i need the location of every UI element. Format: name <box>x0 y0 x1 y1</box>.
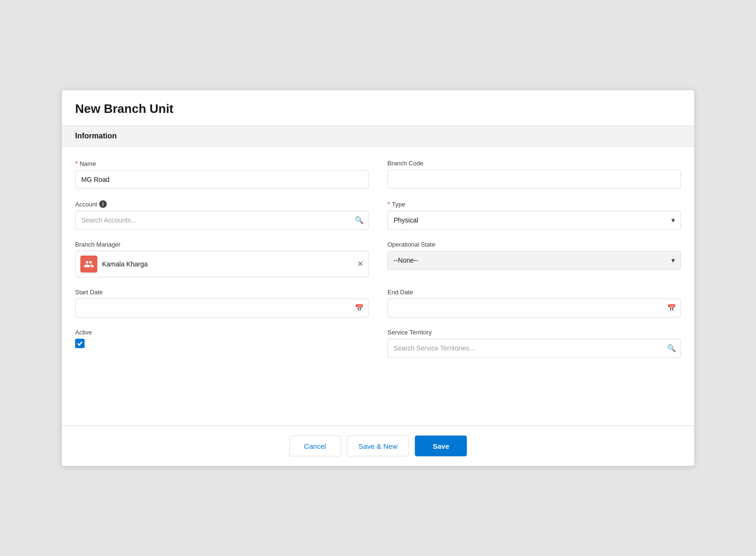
account-label: Account i <box>75 200 369 208</box>
service-territory-label-text: Service Territory <box>387 329 432 336</box>
modal-container: New Branch Unit Information * Name Branc… <box>61 90 695 466</box>
type-required-star: * <box>387 200 390 208</box>
active-label: Active <box>75 329 369 336</box>
modal-header: New Branch Unit <box>62 90 694 126</box>
end-date-input[interactable] <box>387 299 681 317</box>
account-search-input[interactable] <box>75 211 369 230</box>
row-manager-opstate: Branch Manager Kamala Kharga ✕ Operation… <box>75 241 681 277</box>
active-checkbox-wrapper <box>75 339 369 348</box>
name-required-star: * <box>75 160 77 167</box>
end-date-label-text: End Date <box>387 289 413 296</box>
row-account-type: Account i 🔍 * Type Physical Virtual <box>75 200 681 230</box>
start-date-label-text: Start Date <box>75 289 103 296</box>
form-body: * Name Branch Code Account i <box>62 146 694 426</box>
modal-footer: Cancel Save & New Save <box>62 426 694 466</box>
account-label-text: Account <box>75 201 97 208</box>
branch-manager-field: Kamala Kharga ✕ <box>75 251 369 277</box>
save-new-button[interactable]: Save & New <box>347 436 410 456</box>
name-label: * Name <box>75 160 369 167</box>
type-label: * Type <box>387 200 681 208</box>
account-search-wrapper: 🔍 <box>75 211 369 230</box>
branch-code-label-text: Branch Code <box>387 160 423 167</box>
col-account: Account i 🔍 <box>75 200 369 230</box>
spacer <box>75 369 681 407</box>
row-active-territory: Active Service Territory 🔍 <box>75 329 681 358</box>
name-label-text: Name <box>79 160 96 167</box>
start-date-label: Start Date <box>75 289 369 296</box>
type-select[interactable]: Physical Virtual Hybrid <box>387 211 681 230</box>
col-start-date: Start Date 📅 <box>75 289 369 317</box>
manager-clear-button[interactable]: ✕ <box>357 260 363 268</box>
account-info-icon[interactable]: i <box>99 200 107 208</box>
end-date-wrapper: 📅 <box>387 299 681 317</box>
start-date-input[interactable] <box>75 299 369 317</box>
save-button[interactable]: Save <box>415 436 467 456</box>
col-branch-code: Branch Code <box>387 160 681 189</box>
operational-state-label: Operational State <box>387 241 681 248</box>
branch-code-input[interactable] <box>387 170 681 188</box>
branch-manager-label: Branch Manager <box>75 241 369 248</box>
row-name-branchcode: * Name Branch Code <box>75 160 681 189</box>
col-operational-state: Operational State --None-- Active Inacti… <box>387 241 681 277</box>
operational-state-select-wrapper: --None-- Active Inactive Suspended ▼ <box>387 251 681 270</box>
col-end-date: End Date 📅 <box>387 289 681 317</box>
service-territory-label: Service Territory <box>387 329 681 336</box>
section-header: Information <box>62 126 694 146</box>
service-territory-input[interactable] <box>387 339 681 358</box>
row-dates: Start Date 📅 End Date 📅 <box>75 289 681 317</box>
active-label-text: Active <box>75 329 92 336</box>
type-label-text: Type <box>392 201 405 208</box>
name-input[interactable] <box>75 170 369 189</box>
active-checkbox[interactable] <box>75 339 85 348</box>
col-branch-manager: Branch Manager Kamala Kharga ✕ <box>75 241 369 277</box>
end-date-label: End Date <box>387 289 681 296</box>
col-service-territory: Service Territory 🔍 <box>387 329 681 358</box>
section-title: Information <box>75 132 117 140</box>
operational-state-select[interactable]: --None-- Active Inactive Suspended <box>387 251 681 270</box>
start-date-wrapper: 📅 <box>75 299 369 317</box>
manager-name-text: Kamala Kharga <box>102 260 352 268</box>
branch-code-label: Branch Code <box>387 160 681 167</box>
service-territory-search-wrapper: 🔍 <box>387 339 681 358</box>
active-checkmark-icon <box>77 341 83 346</box>
cancel-button[interactable]: Cancel <box>289 436 341 456</box>
branch-manager-label-text: Branch Manager <box>75 241 120 248</box>
operational-state-label-text: Operational State <box>387 241 435 248</box>
col-type: * Type Physical Virtual Hybrid ▼ <box>387 200 681 230</box>
type-select-wrapper: Physical Virtual Hybrid ▼ <box>387 211 681 230</box>
manager-avatar-icon <box>84 259 94 269</box>
manager-avatar <box>80 256 97 273</box>
col-active: Active <box>75 329 369 358</box>
col-name: * Name <box>75 160 369 189</box>
page-title: New Branch Unit <box>75 102 681 116</box>
